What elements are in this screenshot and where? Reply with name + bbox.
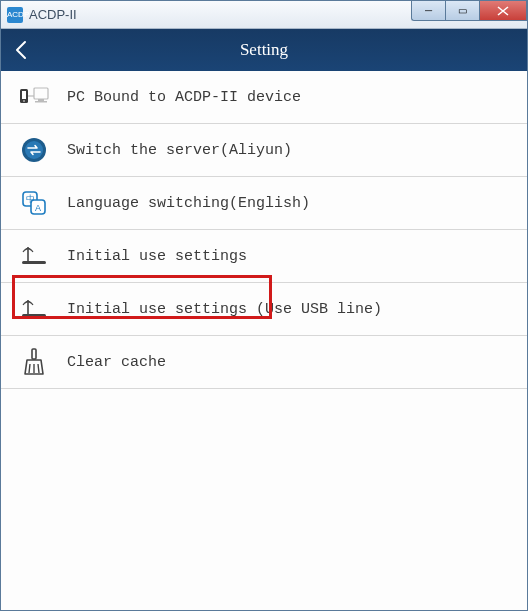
menu-item-label: PC Bound to ACDP-II device	[67, 89, 301, 106]
setting-menu-list: PC Bound to ACDP-II device Switch the se…	[1, 71, 527, 610]
window-titlebar: ACDP ACDP-II ─ ▭	[1, 1, 527, 29]
menu-item-label: Switch the server(Aliyun)	[67, 142, 292, 159]
close-button[interactable]	[479, 1, 527, 21]
wifi-antenna-icon	[19, 241, 49, 271]
menu-item-initial-use-usb[interactable]: Initial use settings (Use USB line)	[1, 283, 527, 336]
server-switch-icon	[19, 135, 49, 165]
back-button[interactable]	[1, 29, 41, 71]
broom-icon	[19, 347, 49, 377]
app-header: Setting	[1, 29, 527, 71]
app-icon: ACDP	[7, 7, 23, 23]
svg-rect-16	[22, 314, 46, 317]
menu-item-switch-server[interactable]: Switch the server(Aliyun)	[1, 124, 527, 177]
svg-line-20	[38, 364, 39, 373]
svg-rect-5	[38, 99, 44, 101]
svg-point-2	[23, 100, 25, 102]
svg-rect-1	[22, 91, 26, 99]
menu-item-pc-bound[interactable]: PC Bound to ACDP-II device	[1, 71, 527, 124]
window-title: ACDP-II	[29, 7, 77, 22]
menu-item-label: Initial use settings	[67, 248, 247, 265]
close-icon	[497, 6, 509, 16]
wifi-antenna-icon	[19, 294, 49, 324]
svg-rect-17	[32, 349, 36, 359]
svg-line-18	[29, 364, 30, 373]
svg-text:A: A	[35, 203, 41, 213]
window-controls: ─ ▭	[411, 1, 527, 21]
minimize-button[interactable]: ─	[411, 1, 445, 21]
app-window: ACDP ACDP-II ─ ▭ Setting	[0, 0, 528, 611]
svg-rect-14	[22, 261, 46, 264]
pc-bound-icon	[19, 82, 49, 112]
menu-item-language[interactable]: 中 A Language switching(English)	[1, 177, 527, 230]
menu-item-label: Language switching(English)	[67, 195, 310, 212]
language-icon: 中 A	[19, 188, 49, 218]
menu-item-label: Initial use settings (Use USB line)	[67, 301, 382, 318]
back-chevron-icon	[14, 40, 28, 60]
menu-item-initial-use[interactable]: Initial use settings	[1, 230, 527, 283]
maximize-button[interactable]: ▭	[445, 1, 479, 21]
svg-rect-4	[34, 88, 48, 99]
svg-rect-6	[35, 101, 47, 103]
menu-item-label: Clear cache	[67, 354, 166, 371]
menu-item-clear-cache[interactable]: Clear cache	[1, 336, 527, 389]
svg-point-8	[25, 141, 43, 159]
page-title: Setting	[1, 40, 527, 60]
